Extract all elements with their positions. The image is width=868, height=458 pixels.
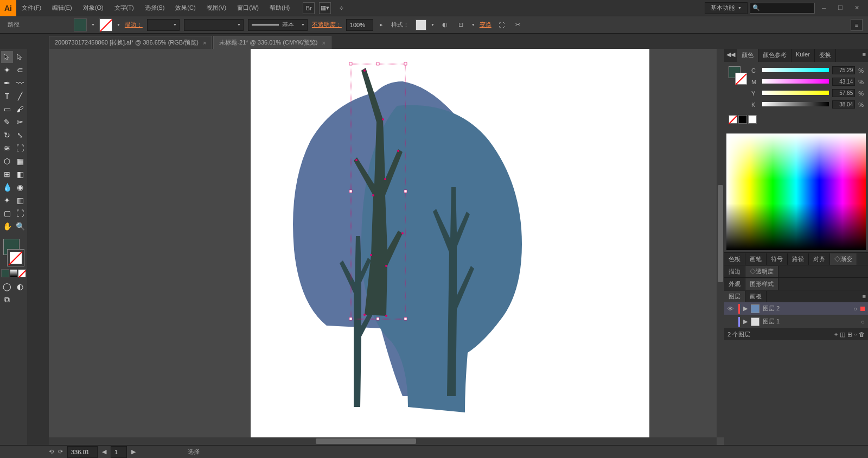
- panel-menu-icon[interactable]: ≡: [860, 49, 868, 62]
- opacity-input[interactable]: 100%: [346, 19, 373, 31]
- rotate-tool[interactable]: ↻: [1, 129, 13, 141]
- visibility-icon[interactable]: 👁: [727, 306, 735, 312]
- menu-object[interactable]: 对象(O): [78, 0, 109, 16]
- layer-row[interactable]: ▶ 图层 1 ○: [724, 315, 868, 328]
- menu-select[interactable]: 选择(S): [139, 0, 170, 16]
- stroke-color-box[interactable]: [8, 250, 24, 266]
- fill-stroke-indicator[interactable]: [1, 238, 26, 267]
- panel-tab[interactable]: 图形样式: [745, 278, 778, 290]
- black-value[interactable]: 38.04: [832, 100, 855, 109]
- draw-mode-icon[interactable]: ◯: [1, 281, 13, 292]
- panel-tab-layers[interactable]: 图层: [724, 291, 745, 302]
- color-mode-solid[interactable]: [1, 269, 9, 277]
- layer-name[interactable]: 图层 1: [763, 317, 858, 326]
- chevron-down-icon[interactable]: ▼: [431, 23, 435, 27]
- artboard-input[interactable]: 1: [111, 446, 127, 458]
- chevron-down-icon[interactable]: ▼: [117, 23, 120, 27]
- pencil-tool[interactable]: ✎: [1, 116, 13, 128]
- bridge-icon[interactable]: Br: [303, 2, 315, 14]
- panel-tab-artboards[interactable]: 画板: [745, 291, 767, 302]
- stroke-weight-dropdown[interactable]: [147, 19, 180, 31]
- close-tab-icon[interactable]: ×: [203, 40, 206, 46]
- screen-mode-icon[interactable]: ⧉: [1, 294, 13, 306]
- menu-help[interactable]: 帮助(H): [264, 0, 295, 16]
- rectangle-tool[interactable]: ▭: [1, 103, 13, 115]
- panel-collapse-icon[interactable]: ◀◀: [724, 49, 737, 62]
- magic-wand-tool[interactable]: ✦: [1, 64, 13, 76]
- white-swatch[interactable]: [748, 115, 757, 124]
- black-slider[interactable]: [762, 102, 829, 107]
- scale-tool[interactable]: ⤡: [14, 129, 26, 141]
- delete-layer-icon[interactable]: 🗑: [859, 331, 865, 338]
- eyedropper-tool[interactable]: 💧: [1, 181, 13, 193]
- panel-tab[interactable]: 路径: [788, 253, 809, 265]
- panel-tab[interactable]: 对齐: [809, 253, 830, 265]
- arrange-icon[interactable]: ▦▾: [319, 2, 331, 14]
- cyan-value[interactable]: 75.29: [832, 66, 855, 74]
- none-swatch[interactable]: [729, 115, 737, 124]
- panel-tab[interactable]: ◇渐变: [830, 253, 857, 265]
- lasso-tool[interactable]: ⊂: [14, 64, 26, 76]
- clip-icon[interactable]: ◫: [840, 331, 845, 338]
- panel-tab[interactable]: 色板: [724, 253, 745, 265]
- draw-behind-icon[interactable]: ◐: [14, 281, 26, 292]
- recolor-icon[interactable]: ◐: [439, 19, 451, 31]
- selection-tool[interactable]: [1, 51, 13, 63]
- zoom-tool[interactable]: 🔍: [14, 220, 26, 232]
- scissors-tool[interactable]: ✂: [14, 116, 26, 128]
- vertical-scrollbar[interactable]: [717, 49, 724, 437]
- layer-row[interactable]: 👁 ▶ 图层 2 ○: [724, 302, 868, 315]
- yellow-value[interactable]: 57.65: [832, 89, 855, 97]
- free-transform-tool[interactable]: ⛶: [14, 142, 26, 154]
- locate-icon[interactable]: ⌖: [834, 331, 838, 338]
- cyan-slider[interactable]: [762, 68, 829, 73]
- blob-brush-tool[interactable]: 〰: [14, 77, 26, 89]
- shape-builder-tool[interactable]: ⬡: [1, 155, 13, 167]
- isolate-icon[interactable]: ⛶: [496, 19, 508, 31]
- document-tab[interactable]: 2008730172458860 [转换].ai* @ 386.65% (RGB…: [49, 36, 212, 49]
- menu-edit[interactable]: 编辑(E): [47, 0, 78, 16]
- blend-tool[interactable]: ◉: [14, 181, 26, 193]
- search-input[interactable]: 🔍: [750, 3, 815, 14]
- menu-view[interactable]: 视图(V): [201, 0, 232, 16]
- panel-tab-kuler[interactable]: Kuler: [792, 49, 815, 62]
- width-tool[interactable]: ≋: [1, 142, 13, 154]
- mesh-tool[interactable]: ⊞: [1, 168, 13, 180]
- color-spectrum[interactable]: [726, 133, 866, 250]
- color-mode-gradient[interactable]: [10, 269, 18, 277]
- fill-swatch[interactable]: [74, 18, 87, 31]
- zoom-input[interactable]: 336.01: [67, 446, 98, 458]
- edit-clip-icon[interactable]: ✂: [512, 19, 524, 31]
- zoom-out-icon[interactable]: ⟲: [49, 448, 54, 455]
- layer-name[interactable]: 图层 2: [763, 304, 850, 313]
- close-tab-icon[interactable]: ×: [322, 40, 325, 46]
- panel-tab-transform[interactable]: 变换: [815, 49, 836, 62]
- panel-tab-color[interactable]: 颜色: [737, 49, 758, 62]
- panel-tab[interactable]: 画笔: [745, 253, 767, 265]
- document-tab[interactable]: 未标题-21* @ 336.01% (CMYK/预览) ×: [213, 36, 331, 49]
- close-button[interactable]: ✕: [850, 3, 864, 14]
- type-tool[interactable]: T: [1, 90, 13, 102]
- stroke-style-dropdown[interactable]: 基本: [248, 19, 308, 31]
- graph-tool[interactable]: ▥: [14, 194, 26, 206]
- magenta-value[interactable]: 43.14: [832, 78, 855, 86]
- panel-tab[interactable]: 符号: [767, 253, 788, 265]
- brush-dropdown[interactable]: [184, 19, 244, 31]
- minimize-button[interactable]: ─: [817, 3, 831, 14]
- expand-icon[interactable]: ▶: [743, 318, 748, 325]
- panel-tab[interactable]: 描边: [724, 266, 745, 277]
- line-tool[interactable]: ╱: [14, 90, 26, 102]
- brush-tool[interactable]: 🖌: [14, 103, 26, 115]
- stroke-preview[interactable]: [735, 73, 747, 85]
- direct-selection-tool[interactable]: [14, 51, 26, 63]
- align-icon[interactable]: ⊡: [455, 19, 467, 31]
- transform-label[interactable]: 变换: [480, 21, 492, 29]
- magenta-slider[interactable]: [762, 79, 829, 85]
- artboard-next-icon[interactable]: ▶: [131, 448, 136, 455]
- graphic-style-swatch[interactable]: [416, 20, 426, 30]
- panel-menu-icon[interactable]: ≡: [851, 19, 863, 31]
- menu-window[interactable]: 窗口(W): [232, 0, 264, 16]
- pen-tool[interactable]: ✒: [1, 77, 13, 89]
- yellow-slider[interactable]: [762, 91, 829, 96]
- expand-icon[interactable]: ▶: [743, 305, 748, 312]
